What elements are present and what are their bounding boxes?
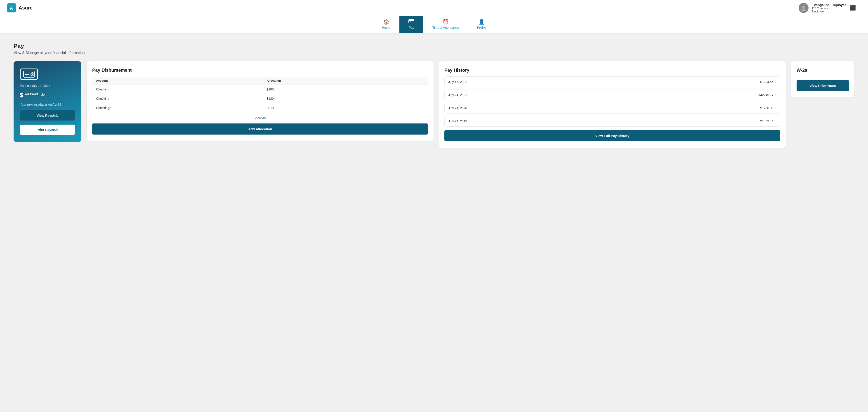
- svg-point-2: [802, 6, 805, 9]
- view-paystub-button[interactable]: View Paystub: [20, 110, 75, 120]
- profile-icon: 👤: [478, 19, 485, 25]
- pay-icon: [408, 19, 414, 25]
- w2s-title: W-2s: [797, 68, 849, 73]
- account-cell: Checking2: [92, 104, 263, 113]
- history-items: July 17, 2022 $1234.56 › July 24, 2021 $…: [444, 77, 780, 127]
- user-company: 123 Company: [812, 7, 846, 10]
- chevron-right-icon: ›: [775, 119, 776, 123]
- history-item[interactable]: July 17, 2022 $1234.56 ›: [444, 77, 780, 87]
- allocation-cell: $900: [263, 85, 428, 94]
- history-item[interactable]: July 24, 2021 $42245.77 ›: [444, 90, 780, 100]
- add-allocation-button[interactable]: Add Allocation: [92, 123, 428, 135]
- logo-icon: A: [7, 3, 16, 12]
- user-info: Evangaline Employee 123 Company Employee: [812, 3, 846, 13]
- nav-pay[interactable]: Pay: [399, 16, 423, 33]
- account-cell: Checking: [92, 85, 263, 94]
- svg-rect-4: [409, 20, 414, 23]
- disbursement-title: Pay Disbursement: [92, 68, 428, 73]
- table-row: Checking$180: [92, 94, 428, 104]
- pay-history-card: Pay History July 17, 2022 $1234.56 › Jul…: [439, 61, 786, 148]
- time-icon: ⏰: [442, 19, 449, 25]
- nav-home-label: Home: [382, 26, 391, 29]
- col-account: Account: [92, 77, 263, 85]
- history-amount: $1599.44 ›: [760, 119, 776, 123]
- logo-area: A Asure: [7, 3, 33, 12]
- cards-row: $ Paid on July 10, 2024 $ ****** 👁 Your …: [13, 61, 855, 148]
- avatar: [799, 3, 809, 13]
- history-amount: $42245.77 ›: [758, 93, 776, 97]
- history-date: July 24, 2020: [448, 106, 467, 110]
- table-row: Checking$900: [92, 85, 428, 94]
- app-name: Asure: [19, 5, 33, 11]
- nav-profile[interactable]: 👤 Profile: [468, 16, 495, 33]
- header: A Asure Evangaline Employee 123 Company …: [0, 0, 868, 16]
- page-title: Pay: [13, 42, 855, 50]
- chevron-right-icon: ›: [775, 93, 776, 97]
- view-all-link[interactable]: View All: [92, 116, 428, 120]
- account-cell: Checking: [92, 94, 263, 104]
- history-item[interactable]: July 24, 2020 $1200.33 ›: [444, 102, 780, 114]
- nav-time-label: Time & Attendance: [432, 26, 459, 29]
- svg-point-3: [801, 9, 806, 11]
- chevron-right-icon: ›: [775, 106, 776, 110]
- allocation-cell: 90 %: [263, 104, 428, 113]
- nav: 🏠 Home Pay ⏰ Time & Attendance 👤 Profile: [0, 16, 868, 33]
- nav-time[interactable]: ⏰ Time & Attendance: [423, 16, 468, 33]
- print-paystub-button[interactable]: Print Paystub: [20, 125, 75, 135]
- history-title: Pay History: [444, 68, 780, 73]
- history-date: July 24, 2019: [448, 119, 467, 123]
- view-full-pay-history-button[interactable]: View Full Pay History: [444, 130, 780, 141]
- paid-date: Paid on July 10, 2024: [20, 84, 75, 88]
- check-icon: $: [20, 68, 38, 80]
- svg-text:A: A: [10, 6, 13, 11]
- svg-rect-6: [410, 22, 411, 22]
- amount-row: $ ****** 👁: [20, 92, 75, 98]
- pay-disbursement-card: Pay Disbursement Account Allocation Chec…: [87, 61, 434, 141]
- user-name: Evangaline Employee: [812, 3, 846, 7]
- user-area: Evangaline Employee 123 Company Employee…: [799, 3, 861, 13]
- col-allocation: Allocation: [263, 77, 428, 85]
- view-prior-years-button[interactable]: View Prior Years: [797, 80, 849, 91]
- toggle-amount-icon[interactable]: 👁: [41, 93, 45, 97]
- amount-masked: $ ******: [20, 92, 38, 98]
- next-payday: Your next payday is on April 8!: [20, 102, 75, 106]
- chevron-right-icon: ›: [775, 80, 776, 84]
- history-date: July 17, 2022: [448, 80, 467, 84]
- history-amount: $1200.33 ›: [760, 106, 776, 110]
- home-icon: 🏠: [383, 19, 389, 25]
- nav-pay-label: Pay: [409, 26, 414, 29]
- history-amount: $1234.56 ›: [760, 80, 776, 84]
- page-subtitle: View & Manage all your financial informa…: [13, 51, 855, 55]
- w2s-card: W-2s View Prior Years: [791, 61, 855, 97]
- allocation-cell: $180: [263, 94, 428, 104]
- main-content: Pay View & Manage all your financial inf…: [0, 33, 868, 157]
- nav-profile-label: Profile: [477, 26, 486, 29]
- svg-text:$: $: [31, 73, 33, 76]
- user-role: Employee: [812, 10, 846, 13]
- history-item[interactable]: July 24, 2019 $1599.44 ›: [444, 116, 780, 127]
- table-row: Checking290 %: [92, 104, 428, 113]
- disbursement-table: Account Allocation Checking$900Checking$…: [92, 77, 428, 113]
- paystub-card: $ Paid on July 10, 2024 $ ****** 👁 Your …: [13, 61, 81, 142]
- history-date: July 24, 2021: [448, 93, 467, 97]
- nav-home[interactable]: 🏠 Home: [373, 16, 399, 33]
- logout-icon[interactable]: ⬛→: [850, 5, 861, 11]
